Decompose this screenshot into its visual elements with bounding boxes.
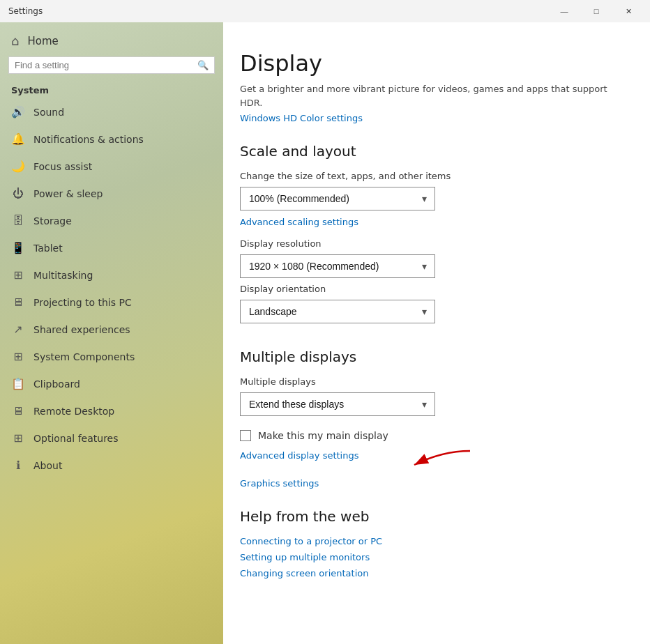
clipboard-icon: 📋 — [11, 377, 25, 390]
sidebar-item-notifications-label: Notifications & actions — [33, 134, 144, 145]
resolution-dropdown[interactable]: 1920 × 1080 (Recommended)1600 × 9001280 … — [240, 254, 435, 278]
sidebar-item-power-label: Power & sleep — [33, 188, 103, 199]
content-area: Display Get a brighter and more vibrant … — [223, 22, 650, 644]
sidebar-item-components[interactable]: ⊞ System Components — [0, 343, 223, 370]
home-label: Home — [27, 35, 58, 47]
sidebar-item-storage[interactable]: 🗄 Storage — [0, 207, 223, 234]
sidebar-item-power[interactable]: ⏻ Power & sleep — [0, 180, 223, 207]
power-icon: ⏻ — [11, 187, 25, 200]
sound-icon: 🔊 — [11, 105, 25, 118]
sidebar-item-storage-label: Storage — [33, 215, 72, 227]
projecting-icon: 🖥 — [11, 296, 25, 309]
graphics-link[interactable]: Graphics settings — [240, 478, 319, 489]
main-display-label: Make this my main display — [258, 430, 388, 441]
help-links: Connecting to a projector or PC Setting … — [240, 536, 622, 578]
shared-icon: ↗ — [11, 323, 25, 336]
sidebar-item-components-label: System Components — [33, 351, 135, 362]
help-link-projector[interactable]: Connecting to a projector or PC — [240, 536, 622, 546]
components-icon: ⊞ — [11, 350, 25, 363]
sidebar: ⌂ Home 🔍 System 🔊 Sound 🔔 Notifications … — [0, 22, 223, 644]
sidebar-item-about[interactable]: ℹ About — [0, 452, 223, 479]
multiple-dropdown[interactable]: Extend these displaysDuplicate these dis… — [240, 392, 435, 416]
help-link-monitors[interactable]: Setting up multiple monitors — [240, 552, 622, 562]
main-display-checkbox[interactable] — [240, 430, 251, 441]
titlebar-title: Settings — [8, 6, 43, 16]
multitasking-icon: ⊞ — [11, 268, 25, 282]
scale-section-title: Scale and layout — [240, 143, 622, 160]
advanced-display-container: Advanced display settings — [240, 450, 622, 461]
sidebar-item-tablet-label: Tablet — [33, 243, 63, 254]
resolution-label: Display resolution — [240, 238, 622, 249]
multiple-label: Multiple displays — [240, 376, 622, 387]
app-body: ⌂ Home 🔍 System 🔊 Sound 🔔 Notifications … — [0, 22, 650, 644]
search-icon: 🔍 — [197, 60, 209, 70]
multiple-dropdown-container: Extend these displaysDuplicate these dis… — [240, 392, 435, 416]
sidebar-item-focus-label: Focus assist — [33, 161, 92, 172]
titlebar-controls: — □ ✕ — [548, 0, 644, 22]
hdr-link[interactable]: Windows HD Color settings — [240, 113, 363, 123]
titlebar: Settings — □ ✕ — [0, 0, 650, 22]
sidebar-item-multitasking[interactable]: ⊞ Multitasking — [0, 261, 223, 289]
orientation-dropdown[interactable]: LandscapePortraitLandscape (flipped)Port… — [240, 300, 435, 323]
optional-icon: ⊞ — [11, 431, 25, 445]
sidebar-item-projecting-label: Projecting to this PC — [33, 297, 132, 308]
storage-icon: 🗄 — [11, 214, 25, 227]
sidebar-item-shared-label: Shared experiences — [33, 324, 130, 335]
sidebar-item-projecting[interactable]: 🖥 Projecting to this PC — [0, 289, 223, 316]
sidebar-home-button[interactable]: ⌂ Home — [0, 22, 223, 54]
sidebar-item-tablet[interactable]: 📱 Tablet — [0, 234, 223, 261]
sidebar-item-optional[interactable]: ⊞ Optional features — [0, 424, 223, 452]
scale-dropdown[interactable]: 100% (Recommended)125%150%175%200% — [240, 187, 435, 210]
advanced-scaling-link[interactable]: Advanced scaling settings — [240, 217, 358, 227]
sidebar-item-shared[interactable]: ↗ Shared experiences — [0, 316, 223, 343]
search-box: 🔍 — [8, 56, 215, 74]
search-input[interactable] — [15, 60, 197, 70]
focus-icon: 🌙 — [11, 160, 25, 173]
scale-dropdown-container: 100% (Recommended)125%150%175%200% — [240, 187, 435, 210]
sidebar-item-focus[interactable]: 🌙 Focus assist — [0, 153, 223, 180]
sidebar-item-clipboard[interactable]: 📋 Clipboard — [0, 370, 223, 397]
sidebar-item-remote-label: Remote Desktop — [33, 406, 114, 417]
about-icon: ℹ — [11, 459, 25, 472]
sidebar-item-remote[interactable]: 🖥 Remote Desktop — [0, 397, 223, 424]
help-section-title: Help from the web — [240, 508, 622, 525]
close-button[interactable]: ✕ — [612, 0, 644, 22]
remote-icon: 🖥 — [11, 404, 25, 417]
home-icon: ⌂ — [11, 33, 19, 48]
scale-setting-label: Change the size of text, apps, and other… — [240, 171, 622, 181]
sidebar-item-optional-label: Optional features — [33, 433, 118, 444]
sidebar-item-notifications[interactable]: 🔔 Notifications & actions — [0, 125, 223, 153]
main-display-row: Make this my main display — [240, 430, 622, 441]
orientation-label: Display orientation — [240, 284, 622, 294]
maximize-button[interactable]: □ — [580, 0, 612, 22]
notifications-icon: 🔔 — [11, 132, 25, 146]
minimize-button[interactable]: — — [548, 0, 580, 22]
help-link-orientation[interactable]: Changing screen orientation — [240, 568, 622, 578]
page-subtitle: Get a brighter and more vibrant picture … — [240, 82, 622, 109]
sidebar-item-clipboard-label: Clipboard — [33, 378, 80, 390]
tablet-icon: 📱 — [11, 241, 25, 254]
page-title: Display — [240, 50, 622, 77]
sidebar-item-sound-label: Sound — [33, 107, 64, 118]
arrow-annotation — [352, 444, 491, 486]
sidebar-item-about-label: About — [33, 460, 62, 471]
resolution-dropdown-container: 1920 × 1080 (Recommended)1600 × 9001280 … — [240, 254, 435, 278]
orientation-dropdown-container: LandscapePortraitLandscape (flipped)Port… — [240, 300, 435, 323]
sidebar-item-sound[interactable]: 🔊 Sound — [0, 98, 223, 125]
multiple-section-title: Multiple displays — [240, 348, 622, 365]
advanced-display-link[interactable]: Advanced display settings — [240, 450, 358, 461]
sidebar-section-system: System — [0, 79, 223, 98]
sidebar-item-multitasking-label: Multitasking — [33, 270, 93, 281]
